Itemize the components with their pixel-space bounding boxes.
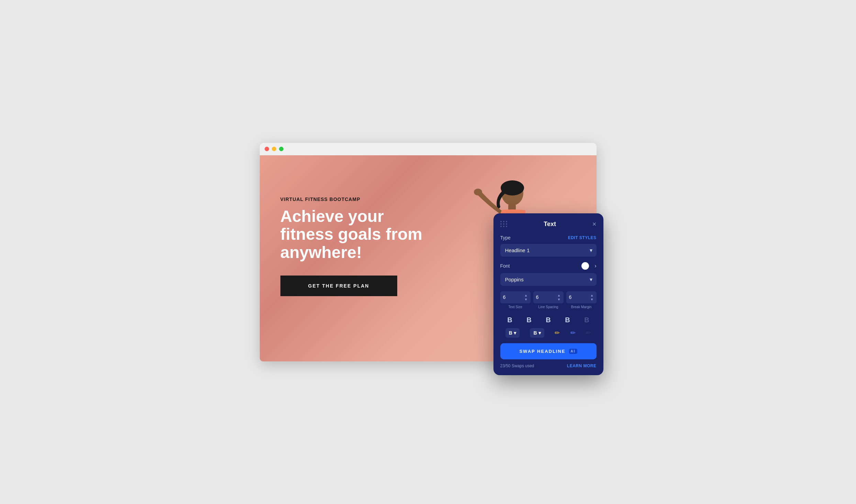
text-size-arrows-icon: ▲▼ <box>524 293 528 301</box>
text-size-label: Text Size <box>508 305 522 309</box>
minimize-button[interactable] <box>272 147 276 151</box>
text-size-input[interactable]: 6 ▲▼ <box>500 291 531 303</box>
panel-footer: 23/50 Swaps used LEARN MORE <box>500 363 597 368</box>
break-margin-value: 6 <box>569 294 572 300</box>
break-margin-group: 6 ▲▼ Break Margin <box>566 291 597 309</box>
swap-headline-button[interactable]: SWAP HEADLINE ai <box>500 343 597 359</box>
text-size-value: 6 <box>503 294 506 300</box>
text-panel: Text × Type EDIT STYLES Headline 1 ▾ Fon… <box>493 213 603 375</box>
number-inputs-row: 6 ▲▼ Text Size 6 ▲▼ Line Spa <box>500 291 597 309</box>
line-spacing-arrows-icon: ▲▼ <box>557 293 561 301</box>
swap-headline-label: SWAP HEADLINE <box>519 349 565 354</box>
pencil-blue-icon[interactable]: ✏ <box>570 329 576 337</box>
line-spacing-value: 6 <box>536 294 539 300</box>
font-arrow-icon[interactable]: › <box>594 263 596 269</box>
panel-title: Text <box>544 221 556 228</box>
bold-btn-1[interactable]: B <box>504 315 515 325</box>
type-section: Type EDIT STYLES Headline 1 ▾ <box>500 235 597 257</box>
type-label: Type <box>500 235 511 240</box>
learn-more-link[interactable]: LEARN MORE <box>567 363 597 368</box>
style-bold-btn-1[interactable]: B ▾ <box>505 328 520 338</box>
line-spacing-label: Line Spacing <box>538 305 558 309</box>
style-row: B ▾ B ▾ ✏ ✏ ✏ <box>500 328 597 338</box>
app-window: VIRTUAL FITNESS BOOTCAMP Achieve your fi… <box>260 143 597 361</box>
panel-close-button[interactable]: × <box>592 220 597 228</box>
font-label: Font <box>500 263 510 269</box>
panel-header: Text × <box>500 220 597 228</box>
window-titlebar <box>260 143 597 155</box>
font-color-circle[interactable] <box>581 262 589 270</box>
canvas-content: VIRTUAL FITNESS BOOTCAMP Achieve your fi… <box>280 197 425 296</box>
line-spacing-group: 6 ▲▼ Line Spacing <box>533 291 564 309</box>
pencil-yellow-icon[interactable]: ✏ <box>555 329 560 337</box>
line-spacing-input[interactable]: 6 ▲▼ <box>533 291 564 303</box>
bold-btn-4[interactable]: B <box>562 315 572 325</box>
close-button[interactable] <box>265 147 269 151</box>
canvas-headline[interactable]: Achieve your fitness goals from anywhere… <box>280 208 425 262</box>
font-section: Font › Poppins ▾ <box>500 262 597 286</box>
ai-badge: ai <box>569 349 577 354</box>
style-bold-btn-2[interactable]: B ▾ <box>530 328 544 338</box>
break-margin-label: Break Margin <box>571 305 591 309</box>
font-select-wrapper: Poppins ▾ <box>500 273 597 286</box>
canvas-subtitle: VIRTUAL FITNESS BOOTCAMP <box>280 197 425 202</box>
break-margin-arrows-icon: ▲▼ <box>590 293 594 301</box>
bold-icon-1: B <box>509 330 512 336</box>
edit-styles-link[interactable]: EDIT STYLES <box>568 235 597 240</box>
cta-button[interactable]: GET THE FREE PLAN <box>280 276 397 296</box>
swaps-used-text: 23/50 Swaps used <box>500 363 534 368</box>
bold-buttons-row: B B B B B <box>500 315 597 325</box>
bold-dropdown-arrow-2-icon: ▾ <box>538 330 541 336</box>
pencil-pink-icon[interactable]: ✏ <box>586 329 591 337</box>
drag-handle-icon[interactable] <box>500 221 508 227</box>
svg-point-4 <box>474 189 482 195</box>
text-size-group: 6 ▲▼ Text Size <box>500 291 531 309</box>
number-inputs-section: 6 ▲▼ Text Size 6 ▲▼ Line Spa <box>500 291 597 309</box>
bold-btn-3[interactable]: B <box>543 315 553 325</box>
type-label-row: Type EDIT STYLES <box>500 235 597 240</box>
maximize-button[interactable] <box>279 147 284 151</box>
type-select[interactable]: Headline 1 <box>500 244 597 257</box>
break-margin-input[interactable]: 6 ▲▼ <box>566 291 597 303</box>
bold-btn-2[interactable]: B <box>524 315 534 325</box>
font-select[interactable]: Poppins <box>500 273 597 286</box>
bold-btn-5[interactable]: B <box>581 315 592 325</box>
type-select-wrapper: Headline 1 ▾ <box>500 244 597 257</box>
font-label-row: Font › <box>500 262 597 270</box>
bold-dropdown-arrow-icon: ▾ <box>514 330 516 336</box>
bold-icon-2: B <box>533 330 537 336</box>
